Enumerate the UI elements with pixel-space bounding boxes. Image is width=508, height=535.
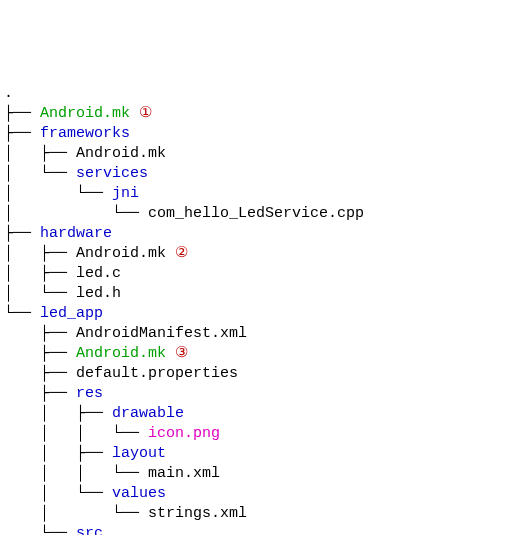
tree-node-name: main.xml (148, 465, 220, 482)
tree-node-name: icon.png (148, 425, 220, 442)
tree-branch-glyphs: ├── (4, 365, 76, 382)
tree-branch-glyphs: │ └── (4, 205, 148, 222)
tree-node-name: values (112, 485, 166, 502)
tree-node-name: Android.mk (76, 245, 166, 262)
tree-branch-glyphs: │ └── (4, 165, 76, 182)
tree-node-name: default.properties (76, 365, 238, 382)
tree-row: . (4, 84, 504, 104)
tree-row: │ ├── Android.mk (4, 144, 504, 164)
directory-tree: .├── Android.mk ①├── frameworks│ ├── And… (4, 84, 504, 535)
tree-node-name: hardware (40, 225, 112, 242)
tree-branch-glyphs: ├── (4, 385, 76, 402)
tree-row: ├── frameworks (4, 124, 504, 144)
tree-row: │ ├── Android.mk ② (4, 244, 504, 264)
tree-branch-glyphs: │ ├── (4, 405, 112, 422)
tree-row: ├── default.properties (4, 364, 504, 384)
tree-branch-glyphs: ├── (4, 225, 40, 242)
tree-node-name: Android.mk (40, 105, 130, 122)
tree-row: │ ├── drawable (4, 404, 504, 424)
tree-branch-glyphs: └── (4, 525, 76, 535)
tree-branch-glyphs: │ └── (4, 505, 148, 522)
tree-node-name: AndroidManifest.xml (76, 325, 247, 342)
tree-row: │ └── jni (4, 184, 504, 204)
tree-node-name: Android.mk (76, 345, 166, 362)
tree-node-name: services (76, 165, 148, 182)
tree-node-name: led.c (76, 265, 121, 282)
tree-branch-glyphs: │ └── (4, 185, 112, 202)
tree-branch-glyphs: │ ├── (4, 145, 76, 162)
tree-row: ├── AndroidManifest.xml (4, 324, 504, 344)
tree-branch-glyphs: ├── (4, 345, 76, 362)
tree-branch-glyphs: │ ├── (4, 445, 112, 462)
tree-row: ├── Android.mk ① (4, 104, 504, 124)
tree-row: │ └── strings.xml (4, 504, 504, 524)
tree-row: │ │ └── main.xml (4, 464, 504, 484)
tree-branch-glyphs: └── (4, 305, 40, 322)
tree-branch-glyphs: ├── (4, 105, 40, 122)
tree-node-name: drawable (112, 405, 184, 422)
tree-row: │ └── led.h (4, 284, 504, 304)
tree-node-name: led.h (76, 285, 121, 302)
tree-branch-glyphs: ├── (4, 325, 76, 342)
tree-node-name: res (76, 385, 103, 402)
footnote-annotation: ③ (166, 345, 188, 362)
footnote-annotation: ① (130, 105, 152, 122)
tree-row: │ ├── layout (4, 444, 504, 464)
tree-row: ├── res (4, 384, 504, 404)
tree-node-name: com_hello_LedService.cpp (148, 205, 364, 222)
tree-node-name: Android.mk (76, 145, 166, 162)
tree-row: │ └── values (4, 484, 504, 504)
tree-row: ├── hardware (4, 224, 504, 244)
tree-branch-glyphs: │ └── (4, 485, 112, 502)
tree-row: └── led_app (4, 304, 504, 324)
tree-row: │ ├── led.c (4, 264, 504, 284)
tree-node-name: strings.xml (148, 505, 247, 522)
tree-branch-glyphs: │ │ └── (4, 425, 148, 442)
tree-row: │ └── com_hello_LedService.cpp (4, 204, 504, 224)
tree-node-name: jni (112, 185, 139, 202)
tree-branch-glyphs: │ ├── (4, 265, 76, 282)
tree-branch-glyphs: ├── (4, 125, 40, 142)
tree-row: ├── Android.mk ③ (4, 344, 504, 364)
tree-branch-glyphs: │ │ └── (4, 465, 148, 482)
tree-node-name: . (4, 85, 13, 102)
tree-branch-glyphs: │ ├── (4, 245, 76, 262)
footnote-annotation: ② (166, 245, 188, 262)
tree-node-name: layout (112, 445, 166, 462)
tree-node-name: led_app (40, 305, 103, 322)
tree-row: │ │ └── icon.png (4, 424, 504, 444)
tree-branch-glyphs: │ └── (4, 285, 76, 302)
tree-row: │ └── services (4, 164, 504, 184)
tree-row: └── src (4, 524, 504, 535)
tree-node-name: src (76, 525, 103, 535)
tree-node-name: frameworks (40, 125, 130, 142)
